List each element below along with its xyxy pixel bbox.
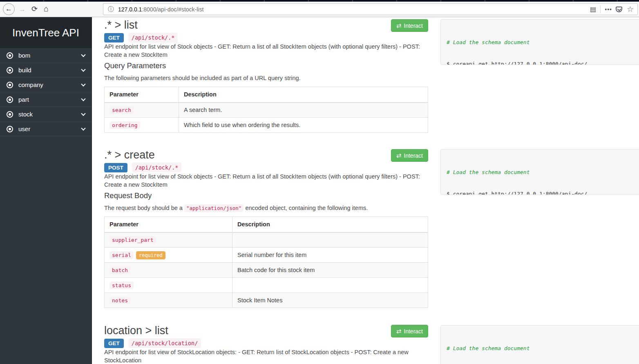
endpoint-section-stock-list: .* > list ⇄ Interact GET /api/stock/.* A… [104,19,428,133]
query-parameters-note: The following parameters should be inclu… [104,75,301,81]
param-name: serial [109,251,134,259]
url-host: 127.0.0.1 [118,6,142,13]
swap-arrows-icon: ⇄ [396,328,402,335]
table-header-row: Parameter Description [105,217,428,232]
chevron-down-icon [81,126,85,130]
query-parameters-heading: Query Parameters [104,61,166,70]
endpoint-group-icon [7,67,13,74]
endpoint-description: API endpoint for list view of StockLocat… [104,348,428,364]
request-body-note: The request body should be a "applicatio… [104,205,368,211]
sidebar-item-bom[interactable]: bom [0,48,92,63]
endpoint-section-stock-create: .* > create ⇄ Interact POST /api/stock/.… [104,149,428,309]
param-description [232,232,428,248]
browser-window: ← → ⟳ ⌂ ⓘ 127.0.0.1:8000/api-doc/#stock-… [0,0,639,364]
endpoint-group-icon [7,96,13,103]
sidebar-item-label: stock [18,111,33,118]
param-name: ordering [109,121,140,129]
code-sample-stock-list: # Load the schema document $ coreapi get… [440,19,639,65]
endpoint-path: /api/stock/.* [132,163,182,172]
param-description: A search term. [179,103,428,118]
site-info-icon[interactable]: ⓘ [108,5,114,13]
param-name: notes [109,297,130,304]
sidebar-item-label: company [18,81,43,88]
sidebar-item-stock[interactable]: stock [0,107,92,122]
chevron-down-icon [81,82,85,86]
sidebar-item-label: build [18,67,31,74]
forward-button[interactable]: → [19,5,26,13]
endpoint-badge-row: GET /api/stock/location/ [104,338,201,348]
note-text: encoded object, containing the following… [244,205,368,211]
query-parameters-table: Parameter Description search A search te… [104,87,428,133]
section-title: .* > list [104,19,138,31]
endpoint-group-icon [7,126,13,132]
param-description: Serial number for this item [232,248,428,263]
request-body-table: Parameter Description supplier_part seri… [104,217,428,308]
request-body-heading: Request Body [104,191,152,200]
interact-button[interactable]: ⇄ Interact [391,325,428,337]
interact-button[interactable]: ⇄ Interact [391,149,428,162]
table-row: batch Batch code for this stock item [105,263,428,278]
url-path: :8000/api-doc/#stock-list [142,6,203,13]
home-button[interactable]: ⌂ [44,4,49,13]
table-row: notes Stock Item Notes [105,293,428,308]
param-name: search [109,106,134,114]
code-command: $ coreapi get http://127.0.0.1:8000/api-… [447,190,639,195]
endpoint-group-icon [7,82,13,88]
endpoint-badge-row: POST /api/stock/.* [104,163,181,172]
interact-button-label: Interact [404,152,423,159]
code-comment: # Load the schema document [447,169,639,176]
endpoint-group-icon [7,52,13,59]
page-actions-icon[interactable]: ••• [605,6,612,13]
sidebar-item-label: bom [18,52,30,59]
section-title: .* > create [104,149,155,161]
http-method-badge: POST [104,163,127,172]
url-bar[interactable]: ⓘ 127.0.0.1:8000/api-doc/#stock-list ▤ •… [103,3,638,15]
pocket-icon[interactable] [616,7,622,12]
url-text: 127.0.0.1:8000/api-doc/#stock-list [118,6,203,13]
urlbar-divider [600,5,601,13]
sidebar-item-build[interactable]: build [0,63,92,78]
swap-arrows-icon: ⇄ [396,22,402,29]
table-row: ordering Which field to use when orderin… [105,118,428,133]
endpoint-group-icon [7,111,13,118]
table-row: search A search term. [105,103,428,118]
param-name: status [109,281,134,289]
reload-button[interactable]: ⟳ [31,4,38,13]
column-header-parameter: Parameter [105,87,179,103]
required-badge: required [136,251,165,259]
sidebar-item-company[interactable]: company [0,78,92,92]
section-title: location > list [104,324,168,337]
http-method-badge: GET [104,33,124,42]
endpoint-description: API endpoint for list view of Stock obje… [104,42,428,59]
code-comment: # Load the schema document [447,345,639,352]
reader-mode-icon[interactable]: ▤ [590,5,596,13]
chevron-down-icon [81,96,85,101]
param-description [232,278,428,293]
sidebar-item-user[interactable]: user [0,122,92,136]
interact-button[interactable]: ⇄ Interact [391,19,428,32]
column-header-description: Description [232,217,428,232]
code-sample-stock-create: # Load the schema document $ coreapi get… [440,149,639,195]
code-command: $ coreapi get http://127.0.0.1:8000/api-… [447,60,639,65]
table-row: supplier_part [105,232,428,248]
interact-button-label: Interact [404,22,423,29]
param-name: supplier_part [109,236,156,244]
sidebar-item-part[interactable]: part [0,92,92,107]
back-button[interactable]: ← [3,3,15,15]
endpoint-path: /api/stock/location/ [128,338,201,348]
table-row: serialrequired Serial number for this it… [105,248,428,263]
endpoint-section-location-list: location > list ⇄ Interact GET /api/stoc… [104,324,428,364]
app-title: InvenTree API [0,17,92,48]
sidebar-item-label: user [18,125,30,132]
param-description: Stock Item Notes [232,293,428,308]
column-header-description: Description [179,87,428,103]
param-description: Which field to use when ordering the res… [179,118,428,133]
bookmark-star-icon[interactable]: ☆ [627,5,634,13]
table-row: status [105,278,428,293]
http-method-badge: GET [104,339,124,348]
note-text: The request body should be a [104,205,184,211]
column-header-parameter: Parameter [105,217,232,232]
endpoint-description: API endpoint for list view of Stock obje… [104,172,428,189]
endpoint-path: /api/stock/.* [128,33,178,42]
chevron-down-icon [81,111,85,116]
